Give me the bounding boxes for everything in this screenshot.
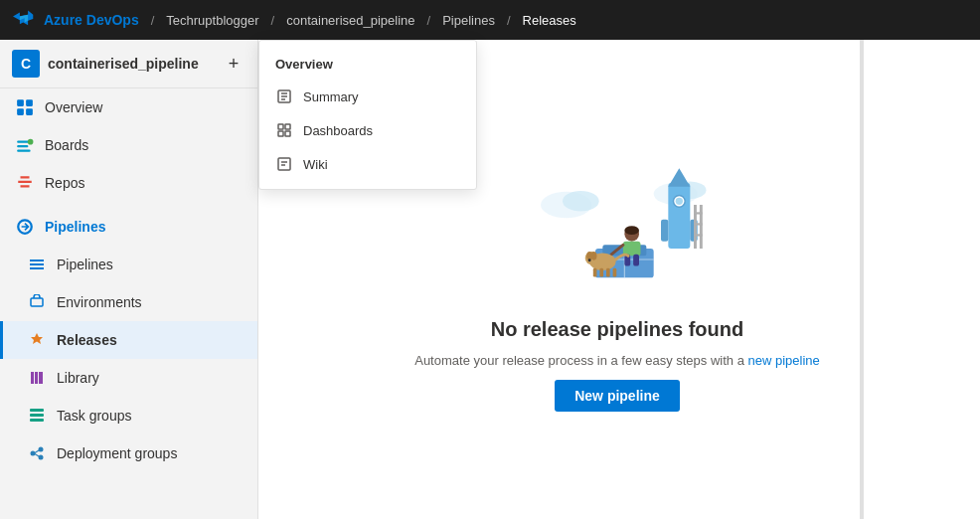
crumb-releases[interactable]: Releases: [523, 13, 576, 28]
svg-rect-51: [593, 268, 597, 277]
pipelines-icon: [27, 255, 47, 274]
empty-title: No release pipelines found: [491, 318, 744, 341]
project-header: C containerised_pipeline +: [0, 40, 257, 88]
dashboards-icon: [275, 121, 293, 139]
sep1: /: [151, 13, 155, 28]
sidebar-item-boards-label: Boards: [45, 137, 88, 153]
svg-point-41: [624, 226, 639, 235]
svg-rect-54: [613, 268, 617, 277]
dropdown-dashboards-label: Dashboards: [303, 123, 373, 138]
svg-rect-0: [17, 99, 24, 106]
svg-rect-20: [285, 131, 290, 136]
crumb-pipelines[interactable]: Pipelines: [442, 13, 495, 28]
right-scrollbar: [860, 40, 864, 519]
svg-point-7: [28, 139, 34, 145]
pipelines-header-icon: [15, 217, 35, 237]
svg-rect-10: [30, 409, 44, 412]
new-pipeline-link[interactable]: new pipeline: [748, 353, 820, 368]
sidebar-item-releases[interactable]: Releases: [0, 321, 257, 359]
crumb-project[interactable]: containerised_pipeline: [286, 13, 414, 28]
svg-marker-26: [668, 168, 690, 186]
svg-rect-5: [17, 145, 28, 147]
releases-icon: [27, 330, 47, 350]
org-name[interactable]: Azure DevOps: [44, 12, 139, 28]
sidebar-item-boards[interactable]: Boards: [0, 126, 257, 164]
svg-rect-9: [31, 298, 43, 306]
svg-rect-33: [694, 212, 703, 214]
sidebar-item-repos-label: Repos: [45, 175, 84, 191]
sidebar-section-pipelines-label: Pipelines: [45, 219, 105, 235]
svg-rect-32: [700, 205, 703, 249]
sidebar-item-environments-label: Environments: [57, 294, 142, 310]
crumb-org[interactable]: Techruptblogger: [166, 13, 258, 28]
sep3: /: [427, 13, 431, 28]
environments-icon: [27, 292, 47, 312]
sidebar-item-environments[interactable]: Environments: [0, 283, 257, 321]
empty-illustration: [508, 147, 727, 306]
summary-icon: [275, 87, 293, 105]
svg-rect-45: [633, 255, 639, 266]
topbar: Azure DevOps / Techruptblogger / contain…: [0, 0, 980, 40]
svg-rect-25: [668, 183, 690, 249]
deployment-groups-icon: [27, 443, 47, 463]
repos-icon: [15, 173, 35, 193]
dropdown-item-dashboards[interactable]: Dashboards: [259, 113, 476, 147]
sidebar-item-repos[interactable]: Repos: [0, 164, 257, 202]
sidebar-item-overview-label: Overview: [45, 99, 102, 115]
svg-point-49: [591, 252, 597, 260]
svg-rect-6: [17, 150, 31, 152]
svg-rect-19: [278, 131, 283, 136]
azure-devops-logo[interactable]: [12, 8, 36, 32]
svg-rect-52: [599, 268, 603, 277]
svg-rect-53: [606, 268, 610, 277]
svg-rect-1: [26, 99, 33, 106]
svg-rect-3: [26, 108, 33, 115]
overview-dropdown: Overview Summary Dashboards Wiki: [258, 40, 477, 190]
sidebar-item-pipelines[interactable]: Pipelines: [0, 246, 257, 283]
dropdown-item-summary[interactable]: Summary: [259, 80, 476, 113]
sidebar-item-library[interactable]: Library: [0, 359, 257, 397]
svg-rect-31: [694, 205, 697, 249]
project-name: containerised_pipeline: [48, 56, 199, 72]
svg-point-13: [31, 451, 36, 456]
svg-rect-35: [694, 234, 703, 236]
layout: C containerised_pipeline + Overview Boar…: [0, 40, 980, 519]
svg-point-14: [39, 447, 44, 452]
svg-rect-17: [278, 124, 283, 129]
sidebar-item-pipelines-label: Pipelines: [57, 257, 113, 272]
sidebar-item-overview[interactable]: Overview: [0, 88, 257, 126]
svg-rect-12: [30, 419, 44, 422]
add-project-button[interactable]: +: [222, 52, 245, 76]
sidebar-item-deployment-groups[interactable]: Deployment groups: [0, 434, 257, 472]
dropdown-title: Overview: [259, 49, 476, 80]
sidebar-item-task-groups-label: Task groups: [57, 408, 131, 424]
boards-icon: [15, 135, 35, 155]
library-icon: [27, 368, 47, 388]
svg-point-22: [563, 191, 599, 212]
sep4: /: [507, 13, 511, 28]
dropdown-item-wiki[interactable]: Wiki: [259, 147, 476, 181]
svg-point-30: [676, 198, 683, 205]
main-content: Overview Summary Dashboards Wiki: [258, 40, 980, 519]
dropdown-summary-label: Summary: [303, 89, 359, 104]
new-pipeline-button[interactable]: New pipeline: [555, 380, 680, 412]
overview-icon: [15, 97, 35, 117]
sep2: /: [271, 13, 275, 28]
svg-rect-11: [30, 414, 44, 417]
svg-point-50: [588, 259, 591, 261]
svg-point-15: [39, 455, 44, 460]
svg-rect-18: [285, 124, 290, 129]
project-avatar: C: [12, 50, 40, 78]
svg-rect-34: [694, 223, 703, 225]
svg-rect-2: [17, 108, 24, 115]
task-groups-icon: [27, 406, 47, 426]
svg-rect-27: [661, 220, 668, 242]
dropdown-wiki-label: Wiki: [303, 157, 328, 172]
sidebar-item-library-label: Library: [57, 370, 99, 386]
sidebar-item-deployment-groups-label: Deployment groups: [57, 445, 177, 461]
sidebar-item-releases-label: Releases: [57, 332, 117, 348]
sidebar-section-pipelines[interactable]: Pipelines: [0, 208, 257, 246]
wiki-icon: [275, 155, 293, 173]
sidebar-item-task-groups[interactable]: Task groups: [0, 397, 257, 434]
sidebar: C containerised_pipeline + Overview Boar…: [0, 40, 258, 519]
